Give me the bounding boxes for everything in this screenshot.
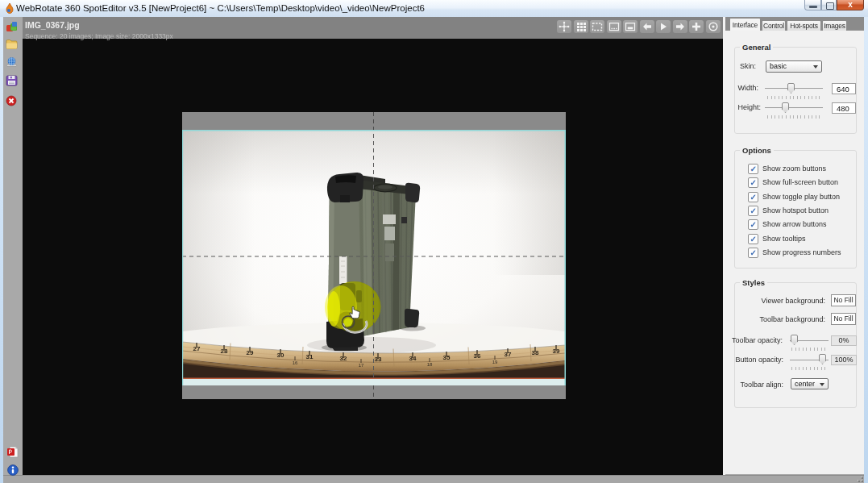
svg-text:19: 19 bbox=[492, 360, 498, 364]
svg-text:17: 17 bbox=[359, 363, 364, 368]
svg-text:18: 18 bbox=[427, 362, 433, 367]
svg-text:16: 16 bbox=[293, 360, 298, 365]
